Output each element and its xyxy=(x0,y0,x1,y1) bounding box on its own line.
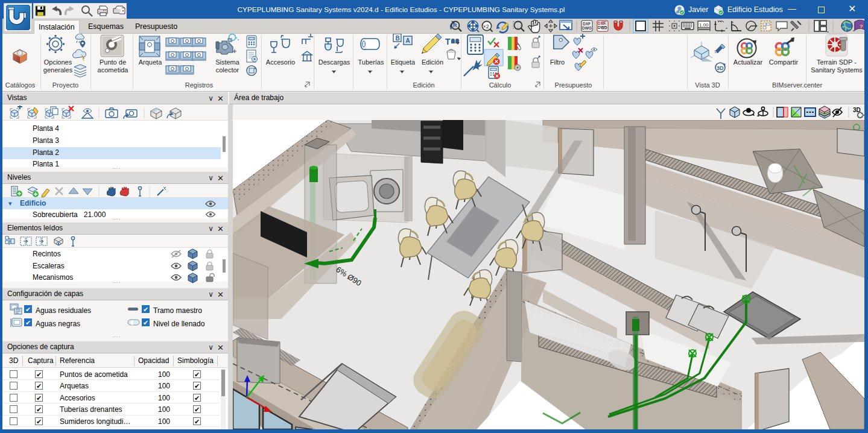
svg-text:1.00: 1.00 xyxy=(699,22,709,28)
svg-text:B: B xyxy=(396,35,400,42)
svg-text:?: ? xyxy=(860,24,863,30)
svg-text:3D: 3D xyxy=(714,50,719,54)
svg-text:R: R xyxy=(453,22,457,28)
svg-text:T: T xyxy=(445,37,451,46)
svg-text:DWG: DWG xyxy=(582,26,592,30)
svg-text:A: A xyxy=(406,37,410,44)
svg-text:DXF: DXF xyxy=(583,22,591,26)
svg-text:×2: ×2 xyxy=(483,24,489,30)
svg-text:3D: 3D xyxy=(717,65,724,71)
